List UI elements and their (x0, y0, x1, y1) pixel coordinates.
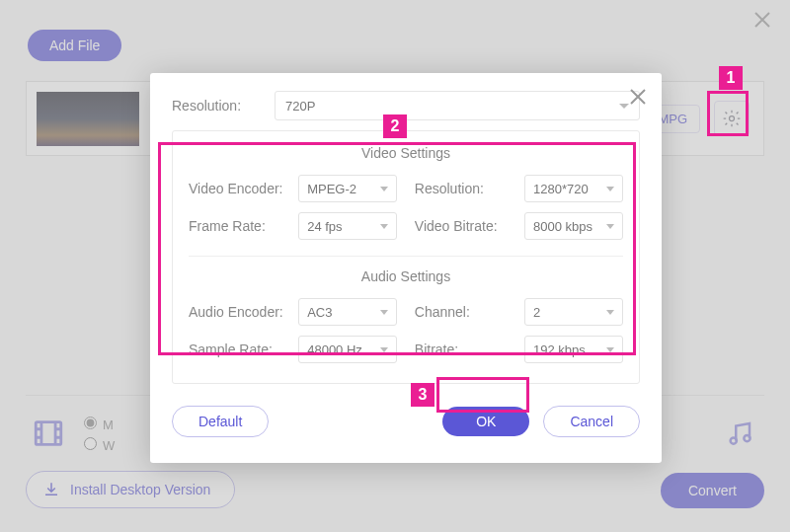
audio-bitrate-label: Bitrate: (415, 342, 524, 357)
sample-rate-select[interactable]: 48000 Hz (298, 336, 397, 363)
channel-select[interactable]: 2 (524, 298, 623, 326)
select-value: 1280*720 (533, 182, 589, 196)
select-value: AC3 (307, 305, 332, 320)
chevron-down-icon (606, 347, 614, 352)
resolution-value: 720P (285, 99, 315, 114)
select-value: 48000 Hz (307, 342, 362, 357)
cancel-button[interactable]: Cancel (543, 406, 640, 437)
sample-rate-label: Sample Rate: (189, 342, 298, 357)
divider (189, 256, 623, 257)
chevron-down-icon (380, 347, 388, 352)
channel-label: Channel: (415, 304, 524, 320)
settings-panel: Video Settings Video Encoder: MPEG-2 Fra… (172, 130, 640, 384)
video-resolution-select[interactable]: 1280*720 (524, 175, 623, 202)
video-bitrate-label: Video Bitrate: (415, 218, 524, 234)
settings-dialog: Resolution: 720P Video Settings Video En… (150, 73, 662, 463)
chevron-down-icon (380, 310, 388, 315)
video-encoder-label: Video Encoder: (189, 181, 298, 196)
video-bitrate-select[interactable]: 8000 kbps (524, 212, 623, 240)
resolution-label: Resolution: (172, 98, 275, 114)
audio-bitrate-select[interactable]: 192 kbps (524, 336, 623, 363)
select-value: 192 kbps (533, 342, 586, 357)
chevron-down-icon (606, 187, 614, 191)
chevron-down-icon (380, 224, 388, 229)
select-value: MPEG-2 (307, 182, 356, 196)
chevron-down-icon (606, 310, 614, 315)
video-resolution-label: Resolution: (415, 181, 524, 196)
audio-section-title: Audio Settings (189, 268, 623, 284)
audio-encoder-label: Audio Encoder: (189, 304, 298, 320)
ok-button[interactable]: OK (442, 407, 529, 436)
dialog-close-button[interactable] (628, 87, 648, 110)
default-button[interactable]: Default (172, 406, 269, 437)
select-value: 2 (533, 305, 540, 320)
resolution-select[interactable]: 720P (275, 91, 640, 120)
frame-rate-select[interactable]: 24 fps (298, 212, 397, 240)
video-section-title: Video Settings (189, 145, 623, 161)
frame-rate-label: Frame Rate: (189, 218, 298, 234)
select-value: 8000 kbps (533, 219, 592, 234)
select-value: 24 fps (307, 219, 342, 234)
chevron-down-icon (380, 187, 388, 191)
audio-encoder-select[interactable]: AC3 (298, 298, 397, 326)
video-encoder-select[interactable]: MPEG-2 (298, 175, 397, 202)
chevron-down-icon (606, 224, 614, 229)
